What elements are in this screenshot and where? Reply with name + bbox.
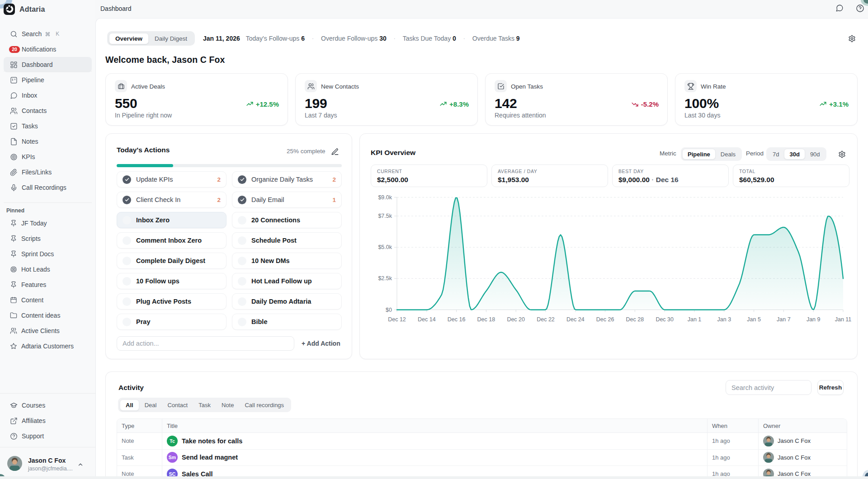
- svg-text:Dec 30: Dec 30: [656, 316, 674, 323]
- svg-text:Jan 9: Jan 9: [807, 316, 821, 323]
- svg-text:Jan 11: Jan 11: [835, 316, 852, 323]
- svg-text:$0: $0: [386, 307, 392, 313]
- svg-text:Jan 5: Jan 5: [747, 316, 761, 323]
- svg-text:$5.0k: $5.0k: [378, 244, 392, 250]
- svg-text:Dec 18: Dec 18: [477, 316, 495, 323]
- svg-text:Jan 3: Jan 3: [717, 316, 731, 323]
- svg-text:Dec 24: Dec 24: [566, 316, 585, 323]
- svg-text:Dec 26: Dec 26: [596, 316, 614, 323]
- svg-text:Dec 12: Dec 12: [388, 316, 406, 323]
- svg-text:Jan 1: Jan 1: [688, 316, 702, 323]
- svg-text:$9.0k: $9.0k: [378, 194, 392, 201]
- svg-text:Dec 16: Dec 16: [448, 316, 466, 323]
- svg-text:Jan 7: Jan 7: [777, 316, 791, 323]
- svg-text:$2.5k: $2.5k: [378, 275, 392, 282]
- svg-text:Dec 20: Dec 20: [507, 316, 525, 323]
- svg-text:$7.5k: $7.5k: [378, 213, 392, 219]
- svg-text:Dec 22: Dec 22: [537, 316, 555, 323]
- svg-text:Dec 28: Dec 28: [626, 316, 644, 323]
- svg-text:Dec 14: Dec 14: [418, 316, 436, 323]
